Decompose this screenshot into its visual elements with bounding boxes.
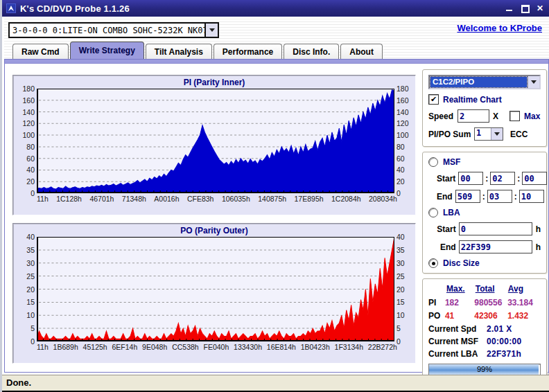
hex-unit-label: h [536,224,541,234]
tab-write-strategy[interactable]: Write Strategy [70,42,144,59]
stats-group: Max.TotalAvg PI 182 980556 33.184 PO 41 … [422,278,547,381]
y-tick-label: 160 [397,96,409,105]
y-tick-label: 5 [31,324,35,332]
pi-y-axis-left: 180160140120100806040200 [16,89,37,193]
chevron-down-icon[interactable] [491,128,503,140]
maximize-icon[interactable] [521,4,529,12]
chevron-down-icon[interactable] [528,76,539,88]
x-tick-label: CFE83h [187,195,214,203]
x-tick-label: 208034h [369,195,397,203]
y-tick-label: 80 [397,143,405,151]
msf-end-sec[interactable] [487,190,512,203]
x-tick-label: 1B689h [53,343,78,351]
pipo-sum-select[interactable]: 1 [474,127,503,141]
y-tick-label: 20 [397,177,405,186]
speed-input[interactable] [458,109,489,123]
y-tick-label: 20 [26,285,35,294]
po-chart-title: PO (Parity Outer) [16,225,412,237]
device-select-value: 3-0-0-0 0:LITE-ON COMBO SOHC-5232K NK07 [10,26,204,35]
y-tick-label: 60 [397,154,405,163]
disc-size-radio[interactable] [428,258,438,268]
tab-about[interactable]: About [340,44,383,59]
x-tick-label: CC538h [172,343,199,351]
chevron-down-icon[interactable] [204,24,218,37]
x-tick-label: FE040h [203,343,229,351]
speed-unit: X [493,112,498,121]
x-tick-label: 17E895h [295,195,324,203]
po-x-axis-labels: 11h1B689h45125h6EF14h9E048hCC538hFE040h1… [16,341,397,351]
y-tick-label: 30 [397,259,405,267]
pipo-sum-value: 1 [475,128,491,140]
po-stats-row: PO 41 42306 1.432 [428,311,541,321]
y-tick-label: 10 [397,311,405,319]
progress-bar: 99% [428,364,541,375]
tab-raw-cmd[interactable]: Raw Cmd [12,44,69,59]
device-select[interactable]: 3-0-0-0 0:LITE-ON COMBO SOHC-5232K NK07 [8,22,219,38]
tab-disc-info-[interactable]: Disc Info. [284,44,339,59]
po-y-axis-right: 4035302520151050 [394,237,412,341]
y-tick-label: 120 [22,119,35,127]
mode-select-value: C1C2/PIPO [430,77,527,87]
y-tick-label: 120 [397,119,409,127]
pi-chart: PI (Parity Inner) 1801601401201008060402… [12,75,416,215]
y-tick-label: 35 [397,246,405,254]
colon-separator: : [482,192,485,202]
minimize-icon[interactable] [505,4,514,12]
tab-performance[interactable]: Performance [214,44,282,59]
y-tick-label: 60 [26,154,35,163]
lba-radio[interactable] [428,208,438,217]
x-tick-label: 140875h [258,195,286,203]
y-tick-label: 35 [26,246,35,254]
msf-end-min[interactable] [455,190,480,203]
close-icon[interactable]: ✕ [536,4,544,12]
colon-separator: : [485,174,488,184]
colon-separator: : [514,192,517,202]
x-tick-label: 133430h [234,343,262,351]
current-speed-row: Current Spd2.01 X [428,324,541,334]
current-msf-row: Current MSF00:00:00 [428,337,541,346]
pi-stats-row: PI 182 980556 33.184 [428,298,541,308]
status-bar: Done. [2,375,549,392]
window-title: K's CD/DVD Probe 1.1.26 [20,3,505,14]
y-tick-label: 80 [26,143,35,151]
control-panel: C1C2/PIPO ✔ Realtime Chart Speed X Max P… [422,69,547,392]
x-tick-label: 11h [37,195,49,203]
x-tick-label: 106035h [222,195,250,203]
y-tick-label: 40 [397,166,405,174]
y-tick-label: 5 [397,324,401,332]
realtime-chart-label: Realtime Chart [443,95,502,105]
mode-select[interactable]: C1C2/PIPO [428,75,541,89]
y-tick-label: 100 [22,131,35,139]
tab-tilt-analysis[interactable]: Tilt Analysis [146,44,212,59]
app-window: K's CD/DVD Probe 1.1.26 ✕ 3-0-0-0 0:LITE… [0,0,549,392]
pi-y-axis-right: 180160140120100806040200 [394,89,412,193]
stats-header: Max.TotalAvg [446,284,541,294]
panel-accent-strip [5,60,548,64]
msf-start-sec[interactable] [490,172,515,185]
msf-radio[interactable] [428,157,438,167]
pipo-sum-label: PI/PO Sum [428,130,474,139]
max-checkbox[interactable] [509,111,520,121]
pi-chart-title: PI (Parity Inner) [16,77,412,89]
lba-start-input[interactable] [459,222,532,235]
y-tick-label: 100 [397,131,409,139]
chart-options-group: C1C2/PIPO ✔ Realtime Chart Speed X Max P… [422,69,547,147]
msf-start-min[interactable] [458,172,483,185]
welcome-link[interactable]: Welcome to KProbe [457,23,542,33]
x-tick-label: 45125h [83,343,107,351]
ecc-label: ECC [510,130,528,139]
y-tick-label: 40 [397,233,405,241]
msf-start-frame[interactable] [522,172,547,185]
lba-end-input[interactable] [459,240,532,253]
y-tick-label: 20 [397,285,405,294]
realtime-chart-checkbox[interactable]: ✔ [428,94,439,105]
y-tick-label: 25 [397,272,405,280]
po-plot-area [37,237,394,341]
pi-x-axis-labels: 11h1C128h46701h71348hA0016hCFE83h106035h… [16,193,397,203]
y-tick-label: 0 [397,337,401,346]
msf-end-frame[interactable] [519,190,544,203]
x-tick-label: 46701h [89,195,114,203]
title-bar: K's CD/DVD Probe 1.1.26 ✕ [2,0,549,17]
progress-text: 99% [429,364,540,375]
colon-separator: : [517,174,520,184]
